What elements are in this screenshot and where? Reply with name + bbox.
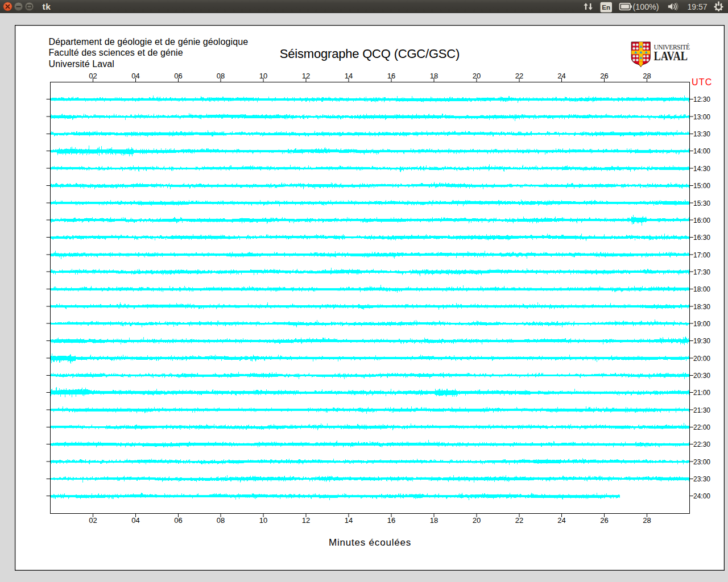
svg-text:04: 04 [131, 72, 139, 80]
svg-text:Faculté des sciences et de gén: Faculté des sciences et de génie [49, 48, 183, 57]
svg-text:22: 22 [515, 72, 523, 80]
svg-text:20:00: 20:00 [693, 355, 710, 363]
svg-text:12: 12 [302, 72, 310, 80]
svg-text:18: 18 [430, 516, 438, 525]
svg-text:24:00: 24:00 [693, 492, 710, 500]
svg-text:08: 08 [217, 72, 225, 80]
svg-text:28: 28 [643, 516, 651, 525]
svg-text:16:30: 16:30 [693, 234, 710, 242]
svg-text:En: En [602, 4, 610, 11]
svg-text:14: 14 [345, 72, 353, 80]
svg-text:19:30: 19:30 [693, 337, 710, 345]
svg-text:10: 10 [259, 516, 267, 525]
svg-text:14: 14 [345, 516, 353, 525]
svg-text:24: 24 [557, 516, 565, 525]
svg-text:20: 20 [473, 72, 481, 80]
svg-text:13:00: 13:00 [693, 113, 710, 121]
svg-text:28: 28 [643, 72, 651, 80]
svg-text:26: 26 [600, 516, 608, 525]
svg-text:16: 16 [387, 516, 395, 525]
svg-text:13:30: 13:30 [693, 130, 710, 138]
svg-text:17:00: 17:00 [693, 251, 710, 259]
svg-text:LAVAL: LAVAL [654, 48, 688, 63]
svg-text:02: 02 [89, 516, 97, 525]
svg-text:10: 10 [259, 72, 267, 80]
svg-text:tk: tk [43, 2, 51, 11]
svg-text:23:00: 23:00 [693, 458, 710, 466]
svg-text:24: 24 [557, 72, 565, 80]
svg-text:23:30: 23:30 [693, 475, 710, 483]
svg-text:18: 18 [430, 72, 438, 80]
svg-text:15:30: 15:30 [693, 199, 710, 207]
svg-text:Département de géologie et de: Département de géologie et de génie géol… [49, 37, 249, 47]
svg-text:06: 06 [174, 72, 182, 80]
svg-text:22: 22 [515, 516, 523, 525]
svg-text:16:00: 16:00 [693, 217, 710, 225]
svg-text:17:30: 17:30 [693, 268, 710, 276]
svg-text:02: 02 [89, 72, 97, 80]
svg-text:20: 20 [473, 516, 481, 525]
svg-text:26: 26 [600, 72, 608, 80]
svg-text:18:30: 18:30 [693, 303, 710, 311]
svg-text:16: 16 [387, 72, 395, 80]
svg-text:12:30: 12:30 [693, 95, 710, 103]
svg-text:04: 04 [131, 516, 139, 525]
svg-text:06: 06 [174, 516, 182, 525]
svg-text:12: 12 [302, 516, 310, 525]
svg-text:(100%): (100%) [633, 2, 659, 11]
svg-text:UTC: UTC [692, 77, 713, 87]
svg-text:20:30: 20:30 [693, 372, 710, 380]
svg-text:Séismographe QCQ (CGC/GSC): Séismographe QCQ (CGC/GSC) [280, 47, 460, 61]
svg-text:15:00: 15:00 [693, 182, 710, 190]
svg-text:14:00: 14:00 [693, 147, 710, 155]
svg-text:21:30: 21:30 [693, 406, 710, 414]
svg-text:21:00: 21:00 [693, 389, 710, 397]
svg-text:14:30: 14:30 [693, 165, 710, 173]
svg-text:22:00: 22:00 [693, 423, 710, 431]
svg-text:18:00: 18:00 [693, 285, 710, 293]
svg-text:19:57: 19:57 [688, 2, 708, 11]
svg-text:Minutes écoulées: Minutes écoulées [329, 537, 411, 548]
svg-text:Université Laval: Université Laval [49, 59, 114, 69]
svg-text:22:30: 22:30 [693, 440, 710, 448]
svg-text:19:00: 19:00 [693, 320, 710, 328]
svg-text:08: 08 [217, 516, 225, 525]
